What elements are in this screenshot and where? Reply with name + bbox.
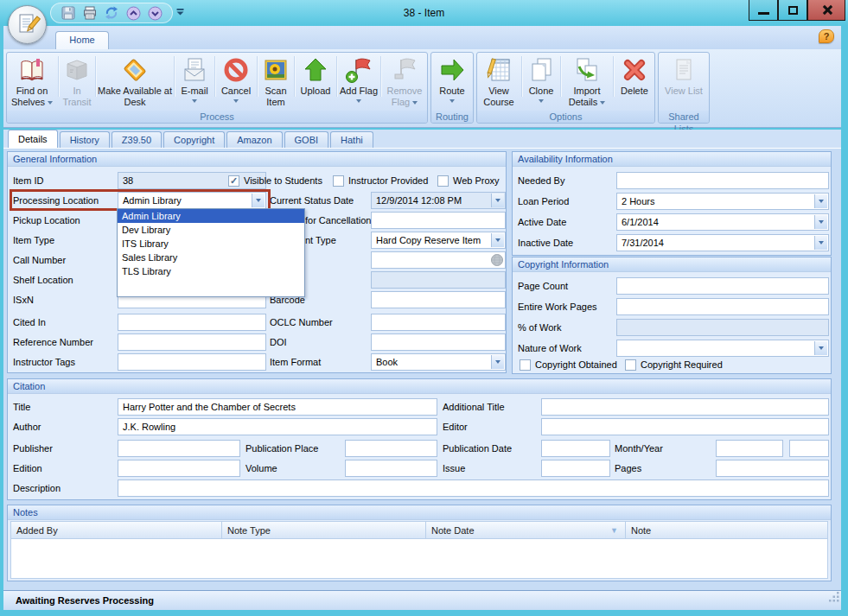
- ribbon-button-make-available-at-desk[interactable]: Make Available at Desk: [97, 53, 173, 111]
- ribbon-button-cancel[interactable]: Cancel: [216, 53, 256, 111]
- ribbon-group-label: Shared Lists: [659, 111, 709, 123]
- dropdown-option[interactable]: Admin Library: [118, 209, 304, 223]
- issue-field[interactable]: [541, 460, 610, 477]
- separator: [95, 56, 96, 97]
- column-header-note-date[interactable]: ▼ Note Date: [426, 521, 626, 539]
- dropdown-arrow-icon[interactable]: [491, 355, 504, 369]
- dropdown-option[interactable]: ITS Library: [118, 237, 304, 251]
- oclc-number-field[interactable]: [371, 314, 506, 331]
- author-field[interactable]: J.K. Rowling: [118, 418, 437, 435]
- ribbon-button-remove-flag[interactable]: Remove Flag: [382, 53, 427, 111]
- resize-grip-icon[interactable]: [829, 589, 839, 608]
- doi-field[interactable]: [371, 333, 506, 351]
- previous-record-icon[interactable]: [124, 4, 142, 22]
- dropdown-arrow-icon[interactable]: [814, 194, 827, 208]
- inactive-date-field[interactable]: 7/31/2014: [616, 234, 829, 251]
- dropdown-option[interactable]: TLS Library: [118, 264, 304, 278]
- tab-amazon[interactable]: Amazon: [226, 131, 282, 148]
- ribbon-button-view-course[interactable]: View Course: [477, 53, 520, 111]
- tab-hathi[interactable]: Hathi: [330, 131, 373, 148]
- ribbon-button-view-list[interactable]: View List: [659, 53, 709, 111]
- tab-gobi[interactable]: GOBI: [284, 131, 329, 148]
- title-field[interactable]: Harry Potter and the Chamber of Secrets: [118, 398, 437, 416]
- minimize-button[interactable]: [749, 0, 778, 21]
- volume-field[interactable]: [345, 460, 437, 477]
- application-menu-button[interactable]: [8, 5, 47, 44]
- maximize-button[interactable]: [778, 0, 807, 21]
- button-label: E-mail: [181, 86, 207, 97]
- separator: [214, 56, 215, 97]
- instructor-provided-checkbox[interactable]: Instructor Provided: [333, 172, 428, 189]
- save-icon[interactable]: [60, 4, 77, 22]
- column-header-added-by[interactable]: Added By: [10, 521, 222, 539]
- copyright-obtained-checkbox[interactable]: Copyright Obtained: [520, 356, 617, 373]
- ribbon-button-scan-item[interactable]: Scan Item: [258, 53, 293, 111]
- make-available-icon: [121, 56, 149, 84]
- active-date-field[interactable]: 6/1/2014: [616, 213, 829, 231]
- pages-field[interactable]: [716, 460, 829, 477]
- ribbon-button-find-on-shelves[interactable]: Find on Shelves: [7, 53, 57, 111]
- ribbon-button-add-flag[interactable]: Add Flag: [338, 53, 379, 111]
- next-record-icon[interactable]: [146, 4, 163, 22]
- help-icon[interactable]: ?: [819, 29, 834, 43]
- current-status-date-field[interactable]: 12/9/2014 12:08 PM: [371, 192, 506, 209]
- instructor-tags-field[interactable]: [118, 353, 266, 371]
- reference-number-field[interactable]: [118, 333, 266, 351]
- copyright-required-checkbox[interactable]: Copyright Required: [625, 356, 723, 373]
- nature-of-work-combo[interactable]: [616, 340, 829, 357]
- close-button[interactable]: [807, 0, 845, 21]
- month-year-field-1[interactable]: [716, 440, 783, 457]
- panel-title: Copyright Information: [513, 257, 831, 272]
- customize-toolbar-icon[interactable]: [176, 7, 184, 17]
- dropdown-arrow-icon[interactable]: [252, 194, 265, 207]
- dropdown-option[interactable]: Dev Library: [118, 223, 304, 237]
- month-year-label: Month/Year: [615, 440, 663, 457]
- edition-field[interactable]: [118, 460, 240, 477]
- publisher-field[interactable]: [118, 440, 240, 457]
- tab-details[interactable]: Details: [8, 130, 58, 148]
- ribbon-button-clone[interactable]: Clone: [523, 53, 559, 111]
- barcode-field[interactable]: [371, 291, 506, 308]
- month-year-field-2[interactable]: [789, 440, 829, 457]
- ribbon-button-route[interactable]: Route: [431, 53, 473, 111]
- web-url-field[interactable]: [371, 251, 506, 269]
- ribbon-button-import-details[interactable]: Import Details: [562, 53, 612, 111]
- titlebar[interactable]: 38 - Item: [0, 0, 848, 26]
- visible-to-students-checkbox[interactable]: ✓ Visible to Students: [228, 172, 322, 189]
- refresh-icon[interactable]: [103, 4, 120, 22]
- dropdown-arrow-icon[interactable]: [814, 215, 827, 229]
- tab-copyright[interactable]: Copyright: [163, 131, 225, 148]
- web-proxy-checkbox[interactable]: Web Proxy: [437, 172, 500, 189]
- ribbon-button-delete[interactable]: Delete: [615, 53, 654, 111]
- page-count-field[interactable]: [616, 277, 829, 295]
- needed-by-field[interactable]: [616, 172, 829, 189]
- editor-field[interactable]: [541, 418, 829, 435]
- publication-date-field[interactable]: [541, 440, 610, 457]
- description-field[interactable]: [118, 479, 829, 497]
- print-icon[interactable]: [81, 4, 99, 22]
- ribbon-tab-home[interactable]: Home: [55, 31, 109, 49]
- ribbon-button-in-transit[interactable]: In Transit: [60, 53, 94, 111]
- item-format-combo[interactable]: Book: [371, 353, 506, 371]
- cited-in-field[interactable]: [118, 314, 266, 331]
- publication-place-field[interactable]: [345, 440, 437, 457]
- dropdown-arrow-icon[interactable]: [491, 194, 504, 207]
- entire-work-pages-field[interactable]: [616, 298, 829, 315]
- processing-location-combo[interactable]: Admin Library: [118, 192, 266, 209]
- button-label: In Transit: [60, 86, 94, 108]
- column-header-note[interactable]: Note: [626, 521, 828, 539]
- document-type-combo[interactable]: Hard Copy Reserve Item: [371, 232, 506, 249]
- reason-for-cancellation-field[interactable]: [371, 212, 506, 229]
- ribbon-button-email[interactable]: E-mail: [175, 53, 214, 111]
- notes-table-body[interactable]: [10, 539, 828, 579]
- dropdown-arrow-icon[interactable]: [814, 341, 827, 355]
- dropdown-option[interactable]: Sales Library: [118, 251, 304, 264]
- tab-history[interactable]: History: [60, 131, 110, 148]
- additional-title-field[interactable]: [541, 398, 829, 416]
- tab-z3950[interactable]: Z39.50: [112, 131, 162, 148]
- loan-period-combo[interactable]: 2 Hours: [616, 193, 829, 210]
- ribbon-button-upload[interactable]: Upload: [296, 53, 335, 111]
- dropdown-arrow-icon[interactable]: [814, 236, 827, 250]
- dropdown-arrow-icon[interactable]: [491, 233, 504, 247]
- column-header-note-type[interactable]: Note Type: [222, 521, 426, 539]
